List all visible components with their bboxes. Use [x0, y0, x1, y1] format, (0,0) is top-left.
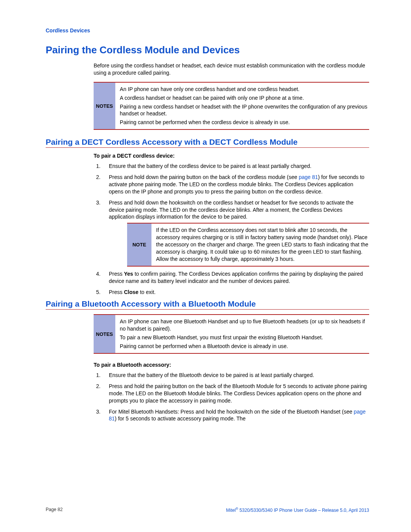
notes-label: NOTES	[94, 315, 115, 353]
note-text: If the LED on the Cordless accessory doe…	[156, 227, 368, 262]
note-item: A cordless handset or headset can be pai…	[120, 94, 368, 102]
section-header: Cordless Devices	[46, 27, 369, 34]
bold-yes: Yes	[124, 271, 133, 277]
section-heading-bt: Pairing a Bluetooth Accessory with a Blu…	[46, 299, 369, 310]
notes-box-pairing: NOTES An IP phone can have only one cord…	[94, 82, 369, 130]
step-item: For Mitel Bluetooth Handsets: Press and …	[102, 408, 369, 423]
intro-paragraph: Before using the cordless handset or hea…	[94, 62, 369, 77]
step-item: Press Close to exit.	[102, 289, 369, 296]
notes-box-bt: NOTES An IP phone can have one Bluetooth…	[94, 314, 369, 354]
note-item: Pairing a new cordless handset or headse…	[120, 103, 368, 118]
note-item: An IP phone can have one Bluetooth Hands…	[120, 318, 368, 332]
note-box-nested: NOTE If the LED on the Cordless accessor…	[127, 223, 369, 266]
note-item: To pair a new Bluetooth Handset, you mus…	[120, 334, 368, 341]
step-item: Press and hold down the hookswitch on th…	[102, 199, 369, 267]
note-label: NOTE	[127, 224, 151, 265]
step-item: Ensure that the battery of the cordless …	[102, 163, 369, 170]
footer-doc-title: Mitel® 5320/5330/5340 IP Phone User Guid…	[226, 507, 369, 513]
page-title: Pairing the Cordless Module and Devices	[46, 44, 369, 56]
step-text: Press	[109, 289, 124, 295]
footer-page-number: Page 82	[46, 507, 63, 513]
subheading-dect: To pair a DECT cordless device:	[94, 152, 369, 160]
note-content: If the LED on the Cordless accessory doe…	[151, 224, 369, 265]
subheading-bt: To pair a Bluetooth accessory:	[94, 361, 369, 369]
step-text: Press and hold down the hookswitch on th…	[109, 200, 354, 220]
notes-label: NOTES	[94, 83, 115, 129]
step-text: Press and hold down the pairing button o…	[109, 174, 299, 180]
step-item: Press and hold down the pairing button o…	[102, 174, 369, 195]
note-item: Pairing cannot be performed when a Bluet…	[120, 343, 368, 350]
bold-close: Close	[124, 289, 139, 295]
step-item: Press Yes to confirm pairing. The Cordle…	[102, 270, 369, 285]
step-text: ) for 5 seconds to activate accessory pa…	[115, 415, 246, 422]
notes-content: An IP phone can have one Bluetooth Hands…	[115, 315, 369, 353]
step-text: Press	[109, 271, 124, 277]
step-item: Press and hold the pairing button on the…	[102, 383, 369, 404]
note-item: Pairing cannot be performed when the cor…	[120, 119, 368, 126]
section-heading-dect: Pairing a DECT Cordless Accessory with a…	[46, 137, 369, 148]
note-item: An IP phone can have only one cordless h…	[120, 86, 368, 93]
page-link[interactable]: page 81	[299, 174, 318, 180]
step-item: Ensure that the battery of the Bluetooth…	[102, 372, 369, 379]
notes-content: An IP phone can have only one cordless h…	[115, 83, 369, 129]
step-text: For Mitel Bluetooth Handsets: Press and …	[109, 409, 354, 415]
step-text: to confirm pairing. The Cordless Devices…	[109, 271, 363, 284]
step-text: to exit.	[139, 289, 156, 295]
